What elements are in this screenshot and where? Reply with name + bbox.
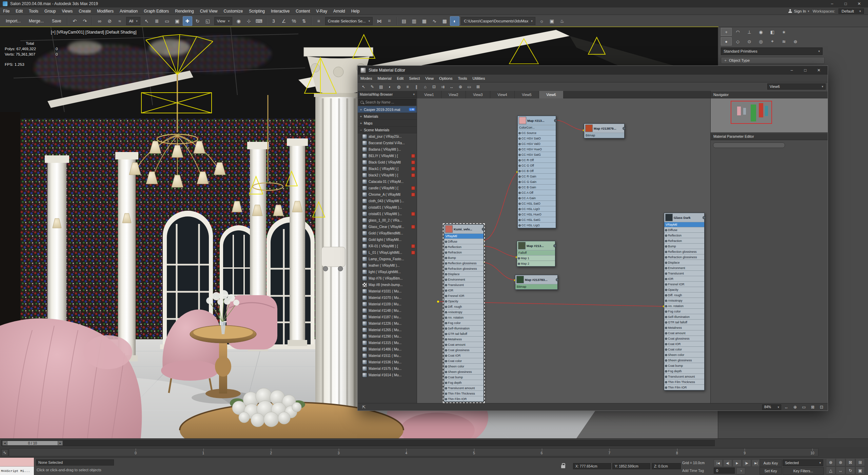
material-item-calacata-01-vraym[interactable]: Calacata 01 ( VRayM... bbox=[358, 178, 417, 185]
browser-search-input[interactable]: Search by Name ... bbox=[358, 99, 416, 106]
play-button[interactable]: ▶ bbox=[733, 459, 742, 467]
node-slot-coat-bump[interactable]: Coat bump bbox=[664, 363, 704, 368]
hide-unused-nodeslots-icon[interactable]: ⇉ bbox=[439, 83, 447, 91]
material-item-material-1575-mu[interactable]: Material #1575 ( Mu... bbox=[358, 365, 417, 372]
material-item-material-1536-mu[interactable]: Material #1536 ( Mu... bbox=[358, 359, 417, 365]
pan-tool-icon[interactable]: ↔ bbox=[448, 83, 456, 91]
motion-tab-icon[interactable]: ◉ bbox=[755, 28, 766, 36]
toggle-scene-explorer-icon[interactable]: ▤ bbox=[399, 16, 409, 26]
menu-help[interactable]: Help bbox=[348, 7, 363, 15]
node-slot-environment[interactable]: Environment bbox=[664, 265, 704, 271]
node-slot-thin-film-ior[interactable]: Thin Film IOR bbox=[444, 396, 484, 402]
toggle-ribbon-icon[interactable]: ▦ bbox=[419, 16, 429, 26]
zoom-extents-icon[interactable]: ⊠ bbox=[846, 458, 855, 466]
menu-arnold[interactable]: Arnold bbox=[330, 7, 348, 15]
material-item-badana-vraymtl[interactable]: Badana ( VRayMtl )... bbox=[358, 146, 417, 153]
material-item-black1-vraymtl[interactable]: Black1 ( VRayMtl ) [ bbox=[358, 166, 417, 172]
node-slot-anisotropy[interactable]: Anisotropy bbox=[444, 309, 484, 315]
cameras-category-icon[interactable]: ◎ bbox=[755, 37, 766, 45]
node-header[interactable]: Kumi_velv... bbox=[444, 225, 484, 234]
node-slot-coat-ior[interactable]: Coat IOR bbox=[444, 353, 484, 358]
merge-button[interactable]: Merge... bbox=[25, 16, 47, 26]
menu-civil-view[interactable]: Civil View bbox=[197, 7, 221, 15]
pick-material-from-object-icon[interactable]: ✎ bbox=[368, 83, 376, 91]
systems-category-icon[interactable]: ⊚ bbox=[790, 37, 801, 45]
helpers-category-icon[interactable]: ⌖ bbox=[767, 37, 778, 45]
toggle-layer-explorer-icon[interactable]: ▥ bbox=[409, 16, 419, 26]
material-node-colorcorrect[interactable]: Map #213...ColorCorr...CC SourceCC HSV S… bbox=[517, 116, 556, 228]
key-mode-dropdown[interactable]: Selected▾ bbox=[783, 459, 823, 466]
node-header[interactable]: Glass Dark bbox=[664, 213, 704, 222]
material-item-chrome-a-vraymtl[interactable]: Chrome_A ( VRayMtl bbox=[358, 191, 417, 198]
space-warps-category-icon[interactable]: ≋ bbox=[778, 37, 789, 45]
node-slot-cc-b-gain[interactable]: CC B Gain bbox=[518, 185, 556, 190]
material-node-glass-dark[interactable]: Glass DarkVRayMtlDiffuseReflectionRefrac… bbox=[664, 213, 705, 391]
node-slot-sheen-color[interactable]: Sheen color bbox=[444, 364, 484, 369]
show-end-result-icon[interactable]: ≡ bbox=[403, 83, 412, 91]
utilities-tab-icon[interactable]: ∗ bbox=[778, 28, 789, 36]
material-item-glass-1-00-2-vra[interactable]: glass_1_00_2 ( VRa... bbox=[358, 217, 417, 224]
node-slot-cc-hsl-ligo[interactable]: CC HSL LigO bbox=[518, 206, 556, 212]
layout-all-horizontal-icon[interactable]: ⌂ bbox=[421, 83, 429, 91]
menu-graph-editors[interactable]: Graph Editors bbox=[141, 7, 172, 15]
slate-zoom-dropdown[interactable]: 84%▾ bbox=[762, 404, 781, 410]
menu-views[interactable]: Views bbox=[59, 7, 76, 15]
node-slot-cc-r-gain[interactable]: CC R Gain bbox=[518, 174, 556, 179]
navigator-header[interactable]: Navigator bbox=[711, 91, 828, 98]
material-item-cristal01-vraymtl[interactable]: cristal01 ( VRayMtl )... bbox=[358, 204, 417, 211]
menu-modifiers[interactable]: Modifiers bbox=[94, 7, 117, 15]
select-and-rotate-icon[interactable]: ↻ bbox=[193, 16, 202, 26]
node-slot-refraction-glossiness[interactable]: Refraction glossiness bbox=[444, 266, 484, 271]
reference-coordinate-system-dropdown[interactable]: View▾ bbox=[214, 17, 232, 25]
slate-menu-utilities[interactable]: Utilities bbox=[470, 75, 488, 82]
node-slot-an-rotation[interactable]: An. rotation bbox=[664, 303, 704, 309]
browser-group-scene-materials[interactable]: −Scene Materials bbox=[358, 127, 417, 133]
slate-tab-view5[interactable]: View5 bbox=[515, 91, 539, 98]
material-item-map-8-mesh-bump[interactable]: Map #8 (mesh-bump... bbox=[358, 282, 417, 288]
mini-curve-editor-icon[interactable]: ∿ bbox=[1, 449, 8, 456]
slate-zoom-extents-selected-icon[interactable]: ⊡ bbox=[817, 403, 826, 411]
select-and-move-icon[interactable]: ✚ bbox=[183, 16, 192, 26]
material-item-black2-vraymtl[interactable]: black2 ( VRayMtl ) [ bbox=[358, 172, 417, 178]
slate-material-editor-window[interactable]: Slate Material Editor – □ ✕ ModesMateria… bbox=[357, 65, 828, 411]
add-time-tag-label[interactable]: Add Time Tag bbox=[682, 469, 704, 473]
slate-zoom-extents-icon[interactable]: ⊠ bbox=[809, 403, 817, 411]
material-item-kr-01-vraymtl[interactable]: KR-01 ( VRayMtl ) [ bbox=[358, 243, 417, 249]
navigator-thumbnail[interactable] bbox=[711, 98, 828, 133]
selection-filter-dropdown[interactable]: All▾ bbox=[126, 17, 140, 25]
node-slot-gtr-tail-falloff[interactable]: GTR tail falloff bbox=[664, 320, 704, 325]
track-bar-ruler[interactable]: 012345678910 bbox=[9, 448, 818, 456]
material-item-material-1265-mu[interactable]: Material #1265 ( Mu... bbox=[358, 327, 417, 333]
node-slot-coat-color[interactable]: Coat color bbox=[444, 358, 484, 364]
node-slot-self-illumination[interactable]: Self-Illumination bbox=[664, 314, 704, 320]
node-slot-reflection-glossiness[interactable]: Reflection glossiness bbox=[664, 249, 704, 254]
window-crossing-toggle-icon[interactable]: ▣ bbox=[173, 16, 182, 26]
coordinate-x-field[interactable]: X: 777.654cm bbox=[573, 463, 611, 469]
time-slider-handle[interactable]: ◄ 0 / 10 ► bbox=[2, 441, 63, 445]
node-slot-diffuse[interactable]: Diffuse bbox=[664, 227, 704, 233]
edit-named-selection-sets-icon[interactable]: ≡ bbox=[314, 16, 323, 26]
material-item-map-76-vraybitm[interactable]: Map #76 ( VRayBitm... bbox=[358, 275, 417, 282]
material-node-bitmap-top[interactable]: Map #213879...Bitmap bbox=[584, 124, 625, 138]
set-key-button[interactable]: Set Key bbox=[760, 467, 782, 475]
node-slot-diff-rough[interactable]: Diff. rough bbox=[664, 292, 704, 298]
slate-tab-view3[interactable]: View3 bbox=[466, 91, 490, 98]
node-slot-opacity[interactable]: Opacity bbox=[664, 287, 704, 292]
node-slot-fresnel-ior[interactable]: Fresnel IOR bbox=[664, 282, 704, 287]
zoom-extents-tool-icon[interactable]: ⊠ bbox=[474, 83, 482, 91]
next-frame-arrow[interactable]: ► bbox=[58, 441, 63, 445]
slate-close-button[interactable]: ✕ bbox=[813, 67, 825, 74]
browser-group-casper-2019-2019-mat[interactable]: +Casper 2019-2019.matLIB bbox=[358, 106, 417, 113]
current-frame-field[interactable]: 0 bbox=[714, 468, 735, 474]
material-item-material-1315-mu[interactable]: Material #1315 ( Mu... bbox=[358, 340, 417, 346]
time-slider-track[interactable]: ◄ 0 / 10 ► bbox=[1, 440, 715, 446]
node-header[interactable]: Map #213879... bbox=[584, 124, 624, 133]
menu-scripting[interactable]: Scripting bbox=[246, 7, 268, 15]
node-header[interactable]: Map #213783... bbox=[515, 275, 557, 284]
group-expand-icon[interactable]: + bbox=[359, 121, 362, 125]
material-item-candle-vraymtl[interactable]: candle ( VRayMtl ) [ bbox=[358, 185, 417, 191]
node-slot-coat-glossiness[interactable]: Coat glossiness bbox=[664, 336, 704, 341]
maximize-viewport-toggle-icon[interactable]: ▣ bbox=[855, 467, 865, 474]
minimize-button[interactable]: – bbox=[826, 0, 838, 7]
slate-view-dropdown[interactable]: View6▾ bbox=[767, 83, 826, 90]
